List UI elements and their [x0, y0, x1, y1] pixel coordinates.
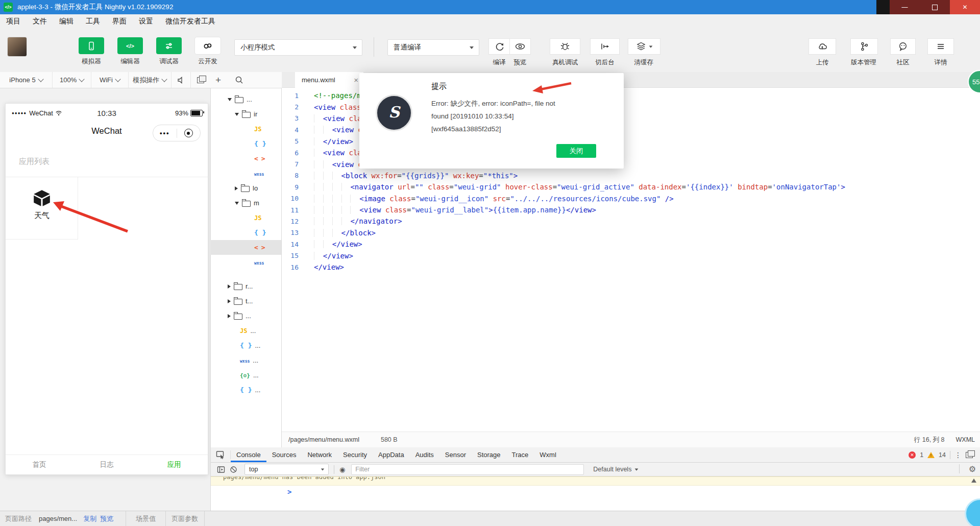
code-line-9[interactable]: 9 <navigator url="" class="weui-grid" ho… — [282, 181, 980, 193]
tree-folder-0[interactable]: ... — [210, 92, 281, 107]
clear-cache-button[interactable] — [628, 39, 660, 54]
tree-file-9[interactable]: { } — [210, 225, 281, 240]
user-avatar[interactable] — [8, 37, 27, 56]
weather-app-cell[interactable]: 天气 — [6, 177, 78, 240]
close-tab-icon[interactable]: × — [354, 76, 358, 84]
console-log-row[interactable]: pages/menu/menu has been added into app.… — [211, 476, 980, 486]
code-line-14[interactable]: 14 </view> — [282, 238, 980, 250]
debugger-toggle-button[interactable] — [156, 37, 182, 54]
console-settings-gear-icon[interactable]: ⚙ — [969, 464, 976, 474]
maximize-button[interactable] — [920, 0, 950, 14]
code-line-16[interactable]: 16</view> — [282, 261, 980, 273]
tree-file-8[interactable]: JS — [210, 210, 281, 225]
code-line-12[interactable]: 12 </navigator> — [282, 216, 980, 227]
page-params-label[interactable]: 页面参数 — [172, 514, 198, 523]
simulator-toggle-button[interactable] — [79, 37, 104, 54]
devtools-tab-audits[interactable]: Audits — [410, 447, 439, 462]
tree-file-15[interactable]: JS... — [210, 323, 281, 338]
tree-folder-13[interactable]: t... — [210, 294, 281, 308]
warning-count[interactable]: 14 — [939, 451, 946, 459]
code-line-15[interactable]: 15 </view> — [282, 250, 980, 261]
menu-item-3[interactable]: 工具 — [80, 17, 106, 26]
tree-folder-1[interactable]: ir — [210, 107, 281, 122]
code-line-8[interactable]: 8 <block wx:for="{{grids}}" wx:key="*thi… — [282, 170, 980, 181]
search-icon[interactable] — [235, 76, 243, 84]
dock-side-icon[interactable] — [966, 452, 973, 458]
code-line-11[interactable]: 11 <view class="weui-grid__label">{{item… — [282, 204, 980, 216]
preview-link[interactable]: 预览 — [100, 514, 113, 523]
kebab-menu-icon[interactable]: ⋮ — [954, 451, 962, 459]
phone-tab-日志[interactable]: 日志 — [73, 455, 140, 474]
clear-console-icon[interactable] — [230, 466, 237, 473]
menu-item-2[interactable]: 编辑 — [53, 17, 80, 26]
devtools-tab-network[interactable]: Network — [302, 447, 337, 462]
close-button[interactable]: ✕ — [950, 0, 980, 14]
zoom-dropdown[interactable]: 100% — [53, 72, 91, 88]
error-count[interactable]: 1 — [920, 451, 923, 459]
devtools-tab-sensor[interactable]: Sensor — [439, 447, 472, 462]
tree-file-18[interactable]: {⚙}... — [210, 368, 281, 382]
capsule-menu[interactable]: ••• — [153, 125, 201, 141]
mode-dropdown[interactable]: 小程序模式 — [234, 39, 362, 56]
editor-toggle-button[interactable]: </> — [117, 37, 143, 54]
phone-tab-应用[interactable]: 应用 — [140, 455, 208, 474]
language-mode[interactable]: WXML — [956, 436, 975, 443]
tree-file-10[interactable]: < > — [210, 240, 281, 255]
tree-folder-12[interactable]: r... — [210, 279, 281, 294]
devtools-tab-trace[interactable]: Trace — [506, 447, 534, 462]
background-switch-button[interactable] — [591, 39, 619, 54]
minimize-button[interactable]: — — [890, 0, 920, 14]
device-dropdown[interactable]: iPhone 5 — [0, 72, 53, 88]
community-button[interactable] — [891, 39, 915, 54]
devtools-tab-console[interactable]: Console — [231, 447, 266, 462]
inspect-element-button[interactable] — [216, 450, 231, 459]
tree-file-16[interactable]: { }... — [210, 338, 281, 353]
tree-file-3[interactable]: { } — [210, 136, 281, 151]
menu-item-6[interactable]: 微信开发者工具 — [159, 17, 222, 26]
remote-debug-button[interactable] — [550, 39, 580, 54]
tree-file-2[interactable]: JS — [210, 122, 281, 136]
tree-file-17[interactable]: wxss... — [210, 353, 281, 368]
devtools-tab-appdata[interactable]: AppData — [373, 447, 410, 462]
tree-file-5[interactable]: wxss — [210, 166, 281, 181]
tree-file-11[interactable]: wxss — [210, 255, 281, 270]
network-dropdown[interactable]: WiFi — [91, 72, 128, 88]
copy-link[interactable]: 复制 — [83, 514, 96, 523]
code-line-10[interactable]: 10 <image class="weui-grid__icon" src=".… — [282, 193, 980, 204]
console-output[interactable]: pages/menu/menu has been added into app.… — [211, 476, 980, 511]
tree-folder-6[interactable]: lo — [210, 181, 281, 196]
simulate-actions-dropdown[interactable]: 模拟操作 — [129, 72, 172, 88]
more-dots-icon[interactable]: ••• — [153, 129, 177, 137]
version-button[interactable] — [851, 39, 877, 54]
code-line-13[interactable]: 13 </block> — [282, 227, 980, 238]
compile-button[interactable] — [489, 39, 509, 54]
menu-item-0[interactable]: 项目 — [0, 17, 27, 26]
add-file-icon[interactable]: + — [215, 75, 221, 86]
tree-file-19[interactable]: { }... — [210, 382, 281, 397]
preview-button[interactable] — [510, 39, 530, 54]
details-button[interactable] — [928, 39, 953, 54]
upload-button[interactable] — [809, 39, 836, 54]
sound-button[interactable] — [172, 72, 191, 88]
exit-record-icon[interactable] — [177, 129, 201, 137]
devtools-tab-wxml[interactable]: Wxml — [534, 447, 562, 462]
dialog-close-button[interactable]: 关闭 — [556, 144, 596, 158]
console-sidebar-icon[interactable] — [217, 466, 225, 473]
tree-folder-7[interactable]: m — [210, 196, 281, 210]
tree-file-4[interactable]: < > — [210, 151, 281, 166]
phone-tab-首页[interactable]: 首页 — [6, 455, 73, 474]
devtools-tab-sources[interactable]: Sources — [266, 447, 302, 462]
console-prompt-chevron[interactable]: > — [287, 488, 291, 496]
console-filter-input[interactable] — [351, 464, 584, 475]
editor-tab-menu-wxml[interactable]: menu.wxml × — [295, 72, 363, 88]
menu-item-5[interactable]: 设置 — [133, 17, 159, 26]
menu-item-1[interactable]: 文件 — [27, 17, 53, 26]
menu-item-4[interactable]: 界面 — [106, 17, 133, 26]
tree-folder-14[interactable]: ... — [210, 308, 281, 323]
scene-value-label[interactable]: 场景值 — [136, 514, 156, 523]
live-expression-eye-icon[interactable]: ◉ — [339, 466, 345, 473]
compile-mode-dropdown[interactable]: 普通编译 — [387, 39, 479, 56]
scroll-up-arrow-icon[interactable] — [971, 479, 976, 483]
devtools-tab-storage[interactable]: Storage — [472, 447, 506, 462]
cloud-dev-button[interactable] — [195, 37, 220, 54]
